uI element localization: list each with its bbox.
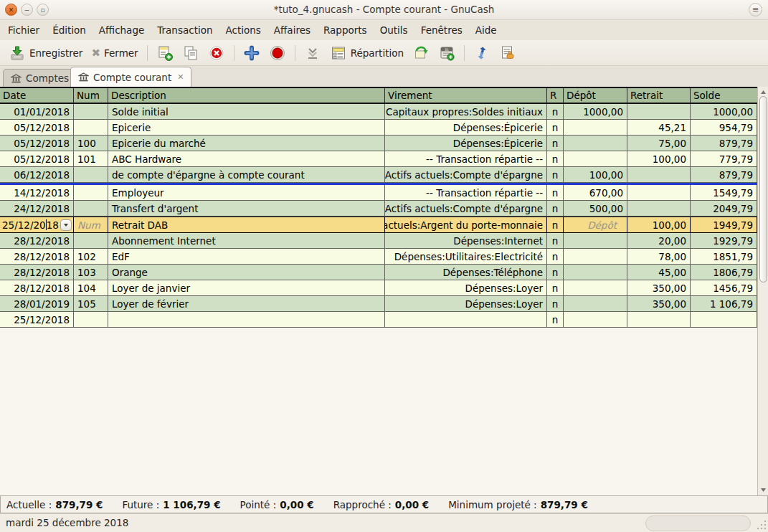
menu-affaires[interactable]: Affaires: [267, 20, 317, 40]
cell-num[interactable]: [74, 312, 108, 327]
cell-num[interactable]: [74, 185, 108, 200]
cell-desc[interactable]: Employeur: [108, 185, 385, 200]
cell-r[interactable]: n: [547, 151, 564, 166]
cell-date[interactable]: 24/12/2018: [0, 201, 74, 216]
cell-desc[interactable]: Solde initial: [108, 104, 385, 119]
cell-retrait[interactable]: [627, 185, 691, 200]
cell-desc[interactable]: Epicerie: [108, 120, 385, 135]
column-header-depot[interactable]: Dépôt: [564, 88, 627, 103]
cell-solde[interactable]: [691, 312, 757, 327]
cell-solde[interactable]: 954,79: [691, 120, 757, 135]
cell-desc[interactable]: Loyer de janvier: [108, 280, 385, 295]
cell-virement[interactable]: Dépenses:Internet: [385, 233, 547, 248]
menu-rapports[interactable]: Rapports: [317, 20, 374, 40]
cell-retrait[interactable]: [627, 201, 691, 216]
cell-desc[interactable]: Abonnement Internet: [108, 233, 385, 248]
cell-desc[interactable]: Epicerie du marché: [108, 136, 385, 151]
cell-depot[interactable]: [564, 265, 627, 280]
cell-depot[interactable]: [564, 151, 627, 166]
cell-depot[interactable]: [564, 120, 627, 135]
cell-retrait[interactable]: 100,00: [627, 217, 691, 232]
tab-comptes[interactable]: Comptes: [3, 69, 77, 87]
save-button[interactable]: Enregistrer: [4, 43, 87, 63]
cell-solde[interactable]: 879,79: [691, 167, 757, 182]
table-row[interactable]: 01/01/2018Solde initialCapitaux propres:…: [0, 104, 757, 120]
cell-num[interactable]: [74, 167, 108, 182]
column-header-description[interactable]: Description: [108, 88, 385, 103]
cell-r[interactable]: n: [547, 265, 564, 280]
cell-date[interactable]: 25/12/2018: [0, 217, 74, 232]
menu-aide[interactable]: Aide: [469, 20, 503, 40]
table-row[interactable]: 24/12/2018Transfert d'argents:Actifs act…: [0, 201, 757, 217]
table-row[interactable]: 28/01/2019105Loyer de févrierDépenses:Lo…: [0, 296, 757, 312]
cell-r[interactable]: n: [547, 296, 564, 311]
table-row[interactable]: 25/12/2018n: [0, 312, 757, 328]
cell-num[interactable]: [74, 201, 108, 216]
menu-actions[interactable]: Actions: [219, 20, 267, 40]
column-header-num[interactable]: Num: [74, 88, 108, 103]
cell-solde[interactable]: 1949,79: [691, 217, 757, 232]
cell-virement[interactable]: Dépenses:Loyer: [385, 296, 547, 311]
cell-virement[interactable]: Dépenses:Utilitaires:Electricité: [385, 249, 547, 264]
vertical-scrollbar[interactable]: [757, 87, 768, 495]
scrollbar-thumb[interactable]: [759, 96, 767, 282]
table-row[interactable]: 05/12/2018100Epicerie du marchéDépenses:…: [0, 136, 757, 151]
cell-depot[interactable]: 1000,00: [564, 104, 627, 119]
scroll-down-arrow-icon[interactable]: [759, 485, 768, 495]
cell-num[interactable]: 103: [74, 265, 108, 280]
column-header-solde[interactable]: Solde: [691, 88, 757, 103]
cell-r[interactable]: n: [547, 312, 564, 327]
cell-r[interactable]: n: [547, 233, 564, 248]
table-row[interactable]: 05/12/2018101ABC Hardware-- Transaction …: [0, 151, 757, 167]
cell-depot[interactable]: [564, 296, 627, 311]
column-header-retrait[interactable]: Retrait: [627, 88, 691, 103]
tab-compte-courant[interactable]: Compte courant ✕: [70, 67, 191, 87]
blank-transaction-button[interactable]: [495, 43, 521, 63]
cell-num[interactable]: 105: [74, 296, 108, 311]
cell-retrait[interactable]: 45,00: [627, 265, 691, 280]
table-row[interactable]: 28/12/2018Abonnement InternetDépenses:In…: [0, 233, 757, 249]
cell-num[interactable]: [74, 120, 108, 135]
cell-depot[interactable]: 100,00: [564, 167, 627, 182]
menu-outils[interactable]: Outils: [374, 20, 414, 40]
new-transaction-button[interactable]: [152, 43, 178, 63]
cell-solde[interactable]: 2049,79: [691, 201, 757, 216]
cell-depot[interactable]: 500,00: [564, 201, 627, 216]
resize-grip[interactable]: [757, 520, 767, 530]
menu-affichage[interactable]: Affichage: [93, 20, 151, 40]
cell-virement[interactable]: Dépenses:Épicerie: [385, 136, 547, 151]
table-row[interactable]: 14/12/2018Employeur-- Transaction répart…: [0, 185, 757, 201]
cell-solde[interactable]: 1806,79: [691, 265, 757, 280]
cell-date[interactable]: 28/12/2018: [0, 233, 74, 248]
cell-date[interactable]: 28/12/2018: [0, 249, 74, 264]
column-header-r[interactable]: R: [547, 88, 564, 103]
cell-virement[interactable]: Dépenses:Téléphone: [385, 265, 547, 280]
cell-solde[interactable]: 1851,79: [691, 249, 757, 264]
cell-num[interactable]: 101: [74, 151, 108, 166]
cell-desc[interactable]: ABC Hardware: [108, 151, 385, 166]
cell-retrait[interactable]: 350,00: [627, 280, 691, 295]
cell-r[interactable]: n: [547, 104, 564, 119]
cell-num[interactable]: [74, 233, 108, 248]
table-row[interactable]: 28/12/2018102EdFDépenses:Utilitaires:Ele…: [0, 249, 757, 265]
cell-virement[interactable]: Dépenses:Loyer: [385, 280, 547, 295]
table-row[interactable]: 05/12/2018EpicerieDépenses:Épicerien45,2…: [0, 120, 757, 136]
delete-transaction-button[interactable]: [204, 43, 229, 63]
cell-date[interactable]: 25/12/2018: [0, 312, 74, 327]
cell-solde[interactable]: 1456,79: [691, 280, 757, 295]
tab-close-icon[interactable]: ✕: [177, 72, 184, 82]
cell-desc[interactable]: Loyer de février: [108, 296, 385, 311]
column-header-virement[interactable]: Virement: [385, 88, 547, 103]
transfer-button[interactable]: [469, 43, 495, 63]
cell-solde[interactable]: 779,79: [691, 151, 757, 166]
jump-button[interactable]: [408, 43, 434, 63]
cell-desc[interactable]: de compte d'épargne à compte courant: [108, 167, 385, 182]
close-register-button[interactable]: ✖ Fermer: [87, 44, 142, 62]
cell-depot[interactable]: 670,00: [564, 185, 627, 200]
cell-date[interactable]: 14/12/2018: [0, 185, 74, 200]
cell-r[interactable]: n: [547, 185, 564, 200]
cell-retrait[interactable]: 350,00: [627, 296, 691, 311]
cell-solde[interactable]: 1 106,79: [691, 296, 757, 311]
cell-r[interactable]: n: [547, 280, 564, 295]
cell-desc[interactable]: Retrait DAB: [108, 217, 385, 232]
